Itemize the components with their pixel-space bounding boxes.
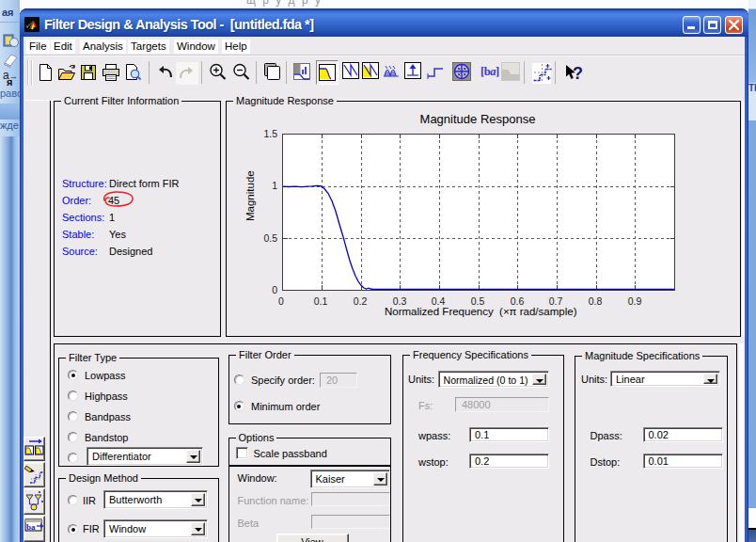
svg-text:?: ? — [573, 64, 583, 83]
svg-text:ba: ba — [26, 522, 36, 532]
